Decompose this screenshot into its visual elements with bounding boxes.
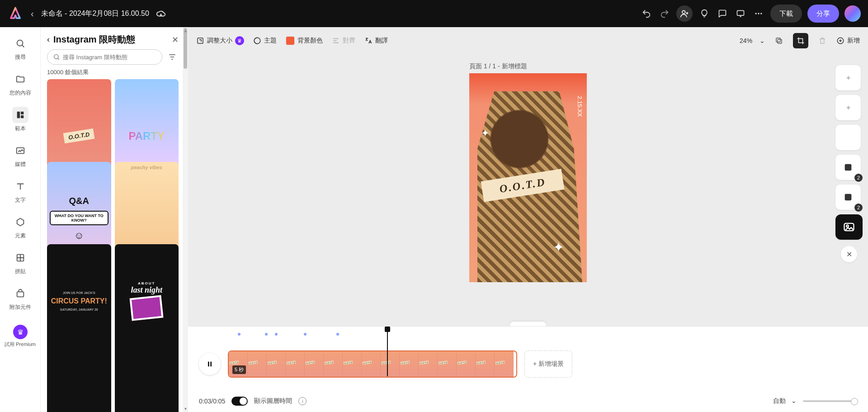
layer-thumbnails: ✦ ✦ 2 2 ✕ bbox=[835, 65, 863, 262]
search-icon bbox=[53, 53, 60, 61]
artboard-date: 2.15.XX bbox=[576, 96, 583, 117]
download-button[interactable]: 下載 bbox=[770, 5, 802, 23]
timeline-clip[interactable]: 5 秒 bbox=[228, 350, 517, 378]
rail-elements[interactable]: 元素 bbox=[5, 211, 36, 242]
canvas-area: 調整大小♛ 主題 背景顏色 對齊 翻譯 24% ⌄ 新增 頁面 1 / 1 - … bbox=[188, 27, 868, 326]
help-icon[interactable]: i bbox=[298, 397, 307, 405]
results-count: 10000 餘個結果 bbox=[41, 68, 185, 79]
undo-icon[interactable] bbox=[640, 7, 653, 20]
svg-rect-11 bbox=[17, 292, 24, 297]
page-label[interactable]: 頁面 1 / 1 - 新增標題 bbox=[469, 62, 527, 71]
rail-your-content[interactable]: 您的內容 bbox=[5, 68, 36, 99]
layer-time-toggle[interactable] bbox=[231, 397, 248, 406]
svg-point-0 bbox=[682, 10, 685, 14]
user-avatar[interactable] bbox=[844, 5, 861, 22]
filter-icon[interactable] bbox=[166, 51, 179, 63]
theme-button[interactable]: 主題 bbox=[253, 37, 277, 45]
crop-icon[interactable] bbox=[793, 33, 808, 48]
redo-icon[interactable] bbox=[658, 7, 671, 20]
rail-content-label: 您的內容 bbox=[9, 89, 31, 97]
svg-rect-16 bbox=[776, 38, 780, 42]
zoom-level[interactable]: 24% ⌄ bbox=[740, 37, 765, 44]
layer-thumb[interactable]: ✦ bbox=[835, 65, 861, 90]
rail-media-label: 媒體 bbox=[15, 161, 26, 168]
bg-color-button[interactable]: 背景顏色 bbox=[286, 36, 323, 45]
layer-thumb[interactable]: 2 bbox=[835, 155, 861, 180]
rail-text[interactable]: 文字 bbox=[5, 175, 36, 207]
rail-templates-label: 範本 bbox=[15, 125, 26, 133]
panel-back-icon[interactable]: ‹ bbox=[47, 35, 50, 44]
svg-point-2 bbox=[755, 13, 757, 14]
keyframe-markers bbox=[233, 333, 868, 337]
svg-point-12 bbox=[54, 55, 58, 59]
pause-button[interactable] bbox=[199, 353, 221, 375]
rail-elements-label: 元素 bbox=[15, 232, 26, 240]
count-badge: 2 bbox=[854, 204, 863, 212]
svg-rect-19 bbox=[845, 194, 852, 201]
rail-media[interactable]: 媒體 bbox=[5, 140, 36, 171]
image-layer-thumb[interactable] bbox=[835, 214, 863, 240]
svg-rect-15 bbox=[778, 39, 782, 43]
back-button[interactable]: ‹ bbox=[31, 9, 34, 19]
rail-text-label: 文字 bbox=[15, 196, 26, 204]
share-button[interactable]: 分享 bbox=[807, 5, 839, 23]
rail-premium[interactable]: ♛試用 Premium bbox=[5, 322, 36, 350]
svg-rect-13 bbox=[198, 38, 203, 43]
context-toolbar: 調整大小♛ 主題 背景顏色 對齊 翻譯 24% ⌄ 新增 bbox=[196, 31, 860, 51]
duplicate-icon[interactable] bbox=[771, 33, 787, 48]
left-rail: 搜尋 您的內容 範本 媒體 文字 元素 拼貼 附加元件 ♛試用 Premium bbox=[0, 27, 41, 412]
rail-templates[interactable]: 範本 bbox=[5, 104, 36, 135]
resize-button[interactable]: 調整大小♛ bbox=[196, 36, 244, 45]
layer-thumb[interactable]: 2 bbox=[835, 185, 861, 210]
zoom-mode[interactable]: 自動 ⌄ bbox=[773, 397, 797, 405]
invite-user-icon[interactable] bbox=[676, 5, 693, 22]
chevron-down-icon: ⌄ bbox=[760, 37, 765, 44]
premium-icon: ♛ bbox=[235, 36, 244, 45]
panel-close-icon[interactable]: ✕ bbox=[172, 35, 179, 45]
panel-scrollbar[interactable]: ▴▾ bbox=[183, 27, 188, 412]
svg-rect-7 bbox=[20, 112, 23, 114]
svg-point-5 bbox=[17, 40, 23, 46]
more-icon[interactable] bbox=[752, 7, 765, 20]
comment-icon[interactable] bbox=[716, 7, 729, 20]
playhead[interactable] bbox=[387, 329, 388, 376]
color-swatch-icon bbox=[286, 36, 295, 45]
template-chrome[interactable]: 3D CHROME bbox=[47, 327, 111, 412]
document-title[interactable]: 未命名 - 2024年2月08日 16.00.50 bbox=[41, 9, 149, 19]
translate-button[interactable]: 翻譯 bbox=[364, 37, 388, 45]
rail-collage[interactable]: 拼貼 bbox=[5, 247, 36, 278]
playback-time: 0:03/0:05 bbox=[199, 398, 225, 405]
rail-search-label: 搜尋 bbox=[15, 53, 26, 61]
cloud-sync-icon[interactable] bbox=[155, 7, 167, 20]
template-search[interactable] bbox=[47, 49, 162, 65]
trash-icon[interactable] bbox=[815, 33, 830, 48]
search-input[interactable] bbox=[63, 54, 156, 61]
close-stack-icon[interactable]: ✕ bbox=[841, 246, 857, 262]
rail-addons-label: 附加元件 bbox=[9, 303, 31, 311]
rail-premium-label: 試用 Premium bbox=[5, 341, 36, 348]
app-logo[interactable] bbox=[7, 5, 24, 22]
rail-addons[interactable]: 附加元件 bbox=[5, 283, 36, 314]
topbar: ‹ 未命名 - 2024年2月08日 16.00.50 下載 分享 bbox=[0, 0, 868, 27]
count-badge: 2 bbox=[854, 174, 863, 182]
present-icon[interactable] bbox=[734, 7, 747, 20]
svg-point-3 bbox=[758, 13, 759, 14]
svg-point-4 bbox=[760, 13, 762, 14]
sparkle-icon: ✦ bbox=[553, 239, 564, 255]
rail-collage-label: 拼貼 bbox=[15, 268, 26, 275]
add-page-button[interactable]: 新增 bbox=[836, 37, 860, 45]
layer-time-label: 顯示圖層時間 bbox=[254, 397, 292, 405]
rail-search[interactable]: 搜尋 bbox=[5, 33, 36, 64]
layer-thumb[interactable] bbox=[835, 125, 861, 150]
svg-rect-22 bbox=[208, 362, 209, 367]
layer-thumb[interactable]: ✦ bbox=[835, 95, 861, 120]
artboard[interactable]: ✦ ✦ 2.15.XX O.O.T.D bbox=[469, 73, 587, 282]
template-dark[interactable] bbox=[115, 327, 179, 412]
align-button[interactable]: 對齊 bbox=[332, 37, 355, 45]
templates-panel: ‹ Instagram 限時動態 ✕ 10000 餘個結果 O.O.T.D PA… bbox=[41, 27, 185, 412]
timeline: 5 秒 + 新增場景 0:03/0:05 顯示圖層時間 i 自動 ⌄ bbox=[188, 326, 868, 412]
zoom-slider[interactable] bbox=[803, 400, 857, 402]
lightbulb-icon[interactable] bbox=[698, 7, 711, 20]
clip-duration: 5 秒 bbox=[232, 365, 246, 374]
add-scene-button[interactable]: + 新增場景 bbox=[524, 350, 572, 378]
